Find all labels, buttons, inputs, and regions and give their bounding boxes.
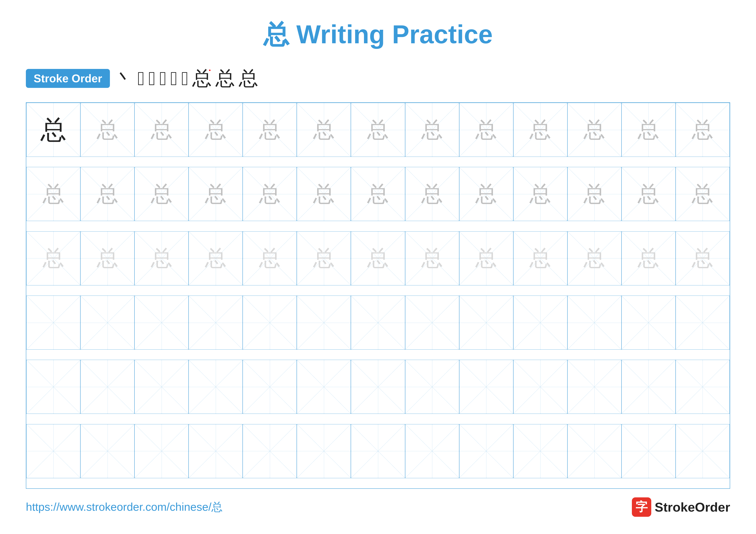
grid-cell[interactable] <box>351 295 405 350</box>
grid-cell[interactable]: 总 <box>351 103 405 157</box>
grid-cell[interactable]: 总 <box>297 231 351 285</box>
grid-cell[interactable]: 总 <box>676 103 730 157</box>
stroke-1: 丶 <box>114 65 134 91</box>
grid-cell[interactable] <box>297 360 351 414</box>
grid-cell[interactable] <box>134 424 189 478</box>
stroke-8: 总 <box>216 65 235 91</box>
grid-cell[interactable]: 总 <box>134 103 189 157</box>
grid-cell[interactable] <box>676 295 730 350</box>
grid-cell[interactable]: 总 <box>622 231 676 285</box>
stroke-2: 𠄌 <box>138 67 145 89</box>
grid-cell[interactable]: 总 <box>189 103 243 157</box>
stroke-3: 𠃌 <box>148 67 156 89</box>
grid-cell[interactable] <box>567 360 622 414</box>
grid-cell[interactable] <box>243 360 297 414</box>
grid-cell[interactable]: 总 <box>26 231 80 285</box>
grid-cell[interactable]: 总 <box>513 167 567 221</box>
grid-cell[interactable]: 总 <box>134 231 189 285</box>
grid-cell[interactable] <box>134 360 189 414</box>
grid-cell[interactable] <box>189 295 243 350</box>
grid-cell[interactable] <box>622 424 676 478</box>
grid-cell[interactable]: 总 <box>513 231 567 285</box>
grid-cell[interactable] <box>459 424 513 478</box>
title-character: 总 Writing Practice <box>263 20 493 49</box>
stroke-4: 𠃜 <box>159 67 167 89</box>
grid-cell[interactable]: 总 <box>297 103 351 157</box>
footer-logo: 字 StrokeOrder <box>632 497 730 517</box>
grid-cell[interactable] <box>459 295 513 350</box>
grid-cell[interactable]: 总 <box>134 167 189 221</box>
grid-cell[interactable] <box>297 424 351 478</box>
grid-cell[interactable]: 总 <box>459 103 513 157</box>
grid-cell[interactable]: 总 <box>622 167 676 221</box>
grid-cell[interactable]: 总 <box>405 103 459 157</box>
grid-cell[interactable] <box>297 295 351 350</box>
grid-cell[interactable] <box>351 360 405 414</box>
grid-cell[interactable] <box>513 424 567 478</box>
grid-cell[interactable]: 总 <box>351 167 405 221</box>
grid-cell[interactable] <box>351 424 405 478</box>
grid-cell[interactable] <box>243 424 297 478</box>
stroke-sequence: 丶 𠄌 𠃌 𠃜 𠀎 𠂆 总• 总 总 <box>114 65 258 91</box>
stroke-order-row: Stroke Order 丶 𠄌 𠃌 𠃜 𠀎 𠂆 总• 总 总 <box>26 65 730 91</box>
grid-cell[interactable]: 总 <box>189 231 243 285</box>
grid-cell[interactable] <box>243 295 297 350</box>
grid-cell[interactable] <box>513 360 567 414</box>
grid-cell[interactable]: 总 <box>676 231 730 285</box>
grid-cell[interactable] <box>80 424 134 478</box>
grid-cell[interactable] <box>26 295 80 350</box>
logo-icon: 字 <box>632 497 651 517</box>
grid-cell[interactable] <box>459 360 513 414</box>
grid-cell[interactable]: 总 <box>80 167 134 221</box>
footer: https://www.strokeorder.com/chinese/总 字 … <box>26 497 730 517</box>
stroke-5: 𠀎 <box>171 67 177 89</box>
grid-cell[interactable]: 总 <box>297 167 351 221</box>
grid-cell[interactable] <box>405 360 459 414</box>
stroke-order-badge: Stroke Order <box>26 69 110 88</box>
grid-cell[interactable] <box>189 360 243 414</box>
grid-cell[interactable] <box>134 295 189 350</box>
practice-grid: 总总总总总总总总总总总总总总总总总总总总总总总总总总总总总总总总总总总总总总总 <box>26 102 730 489</box>
stroke-6: 𠂆 <box>181 67 188 89</box>
grid-cell[interactable] <box>513 295 567 350</box>
grid-cell[interactable]: 总 <box>459 231 513 285</box>
grid-cell[interactable]: 总 <box>567 167 622 221</box>
grid-cell[interactable] <box>26 424 80 478</box>
grid-cell[interactable]: 总 <box>80 103 134 157</box>
grid-cell[interactable]: 总 <box>405 231 459 285</box>
logo-text: StrokeOrder <box>655 500 730 515</box>
grid-cell[interactable] <box>80 360 134 414</box>
page-title: 总 Writing Practice <box>263 17 493 52</box>
grid-cell[interactable] <box>567 295 622 350</box>
grid-cell[interactable]: 总 <box>567 103 622 157</box>
footer-url: https://www.strokeorder.com/chinese/总 <box>26 499 223 515</box>
grid-cell[interactable]: 总 <box>676 167 730 221</box>
grid-cell[interactable] <box>622 360 676 414</box>
grid-cell[interactable] <box>676 360 730 414</box>
grid-cell[interactable] <box>189 424 243 478</box>
grid-cell[interactable]: 总 <box>26 167 80 221</box>
grid-cell[interactable]: 总 <box>459 167 513 221</box>
grid-cell[interactable]: 总 <box>243 103 297 157</box>
grid-cell[interactable] <box>622 295 676 350</box>
grid-cell[interactable]: 总 <box>567 231 622 285</box>
grid-cell[interactable]: 总 <box>351 231 405 285</box>
stroke-7: 总• <box>192 65 212 91</box>
grid-cell[interactable]: 总 <box>405 167 459 221</box>
page: 总 Writing Practice Stroke Order 丶 𠄌 𠃌 𠃜 … <box>0 0 756 534</box>
grid-cell[interactable]: 总 <box>80 231 134 285</box>
grid-cell[interactable] <box>405 295 459 350</box>
grid-cell[interactable]: 总 <box>243 167 297 221</box>
grid-cell[interactable] <box>405 424 459 478</box>
grid-cell[interactable] <box>676 424 730 478</box>
grid-cell[interactable] <box>26 360 80 414</box>
grid-cell[interactable] <box>80 295 134 350</box>
grid-cell[interactable] <box>567 424 622 478</box>
grid-cell[interactable]: 总 <box>622 103 676 157</box>
stroke-9: 总 <box>239 65 258 91</box>
grid-cell[interactable]: 总 <box>189 167 243 221</box>
grid-cell[interactable]: 总 <box>26 103 80 157</box>
grid-cell[interactable]: 总 <box>513 103 567 157</box>
grid-cell[interactable]: 总 <box>243 231 297 285</box>
